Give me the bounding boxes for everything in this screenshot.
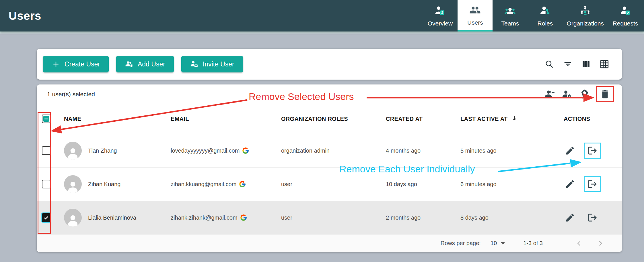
create-user-button[interactable]: Create User <box>43 56 109 72</box>
table-row: Tian Zhang lovedayyyyyyy@gmail.com organ… <box>37 134 622 167</box>
created-at: 10 days ago <box>386 181 460 188</box>
user-name: Lialia Beniaminova <box>88 214 136 221</box>
user-email: zihank.zihank@gmail.com <box>171 214 238 221</box>
avatar <box>64 175 82 193</box>
column-header-last-active[interactable]: LAST ACTIVE AT <box>460 115 564 123</box>
plus-icon <box>52 60 60 68</box>
avatar <box>64 209 82 226</box>
group-add-icon <box>125 60 133 68</box>
tab-label: Organizations <box>567 20 604 27</box>
create-user-label: Create User <box>65 60 100 68</box>
person-badge-icon <box>434 5 446 17</box>
next-page-button[interactable] <box>596 239 605 248</box>
tab-label: Users <box>467 19 483 26</box>
dropdown-caret-icon <box>501 242 505 245</box>
rows-per-page-label: Rows per page: <box>441 240 481 247</box>
prev-page-button[interactable] <box>575 239 583 248</box>
rows-per-page-value: 10 <box>491 240 497 247</box>
filter-icon[interactable] <box>563 59 573 69</box>
last-active-at: 8 days ago <box>460 214 564 221</box>
google-icon <box>239 180 246 188</box>
tab-label: Overview <box>428 20 453 27</box>
table-tools <box>544 59 609 69</box>
tab-label: Roles <box>538 20 553 27</box>
search-icon[interactable] <box>544 59 554 69</box>
table-row: Lialia Beniaminova zihank.zihank@gmail.c… <box>37 201 622 234</box>
annotation-remove-user-box <box>584 176 601 192</box>
user-email: lovedayyyyyyy@gmail.com <box>171 147 240 154</box>
remove-user-role-icon[interactable] <box>544 89 555 100</box>
tab-label: Teams <box>501 20 519 27</box>
tab-teams[interactable]: Teams <box>493 0 528 31</box>
org-chart-icon <box>579 5 591 17</box>
row-checkbox[interactable] <box>42 180 50 188</box>
sort-desc-icon <box>511 115 518 123</box>
invite-user-button[interactable]: Invite User <box>181 56 243 72</box>
column-header-name[interactable]: NAME <box>64 116 171 122</box>
page-title: Users <box>9 9 41 22</box>
last-active-at: 5 minutes ago <box>460 147 564 154</box>
group-icon <box>504 5 516 17</box>
annotation-delete-selected-box <box>596 86 614 102</box>
grid-view-icon[interactable] <box>600 59 609 69</box>
edit-user-icon[interactable] <box>565 212 575 223</box>
user-roles: user <box>281 181 386 188</box>
header-divider-strip <box>0 31 644 34</box>
tab-overview[interactable]: Overview <box>423 0 458 31</box>
users-table-card: 1 user(s) selected <box>37 84 622 252</box>
select-all-checkbox[interactable] <box>42 115 50 123</box>
row-checkbox[interactable] <box>42 213 50 222</box>
created-at: 2 months ago <box>386 214 460 221</box>
table-footer: Rows per page: 10 1-3 of 3 <box>37 234 622 252</box>
edit-user-icon[interactable] <box>565 179 575 189</box>
edit-user-icon[interactable] <box>565 145 575 156</box>
tab-organizations[interactable]: Organizations <box>563 0 608 31</box>
user-roles: organization admin <box>281 147 386 154</box>
column-header-roles[interactable]: ORGANIZATION ROLES <box>281 116 386 122</box>
remove-user-icon[interactable] <box>587 212 598 223</box>
people-icon <box>469 4 481 16</box>
column-header-created[interactable]: CREATED AT <box>386 116 460 122</box>
selection-count-text: 1 user(s) selected <box>47 91 95 98</box>
person-key-icon <box>539 5 551 17</box>
view-columns-icon[interactable] <box>581 59 591 69</box>
last-active-at: 6 minutes ago <box>460 181 564 188</box>
column-header-actions[interactable]: ACTIONS <box>564 116 622 122</box>
manage-user-icon[interactable] <box>562 89 573 100</box>
add-user-label: Add User <box>138 60 165 68</box>
person-check-icon <box>620 5 631 17</box>
app-header: Users Overview Users Teams <box>0 0 644 31</box>
selection-bar: 1 user(s) selected <box>37 84 622 104</box>
table-header-row: NAME EMAIL ORGANIZATION ROLES CREATED AT… <box>37 104 622 134</box>
tab-label: Requests <box>613 20 638 27</box>
pagination-range: 1-3 of 3 <box>523 240 543 247</box>
tab-requests[interactable]: Requests <box>608 0 643 31</box>
row-checkbox[interactable] <box>42 146 50 155</box>
rows-per-page-select[interactable]: 10 <box>491 240 505 247</box>
delete-icon[interactable] <box>600 89 610 100</box>
tab-users[interactable]: Users <box>458 0 493 31</box>
selection-actions <box>544 86 614 102</box>
tab-roles[interactable]: Roles <box>528 0 563 31</box>
created-at: 4 months ago <box>386 147 460 154</box>
users-page: Users Overview Users Teams <box>0 0 644 262</box>
user-name: Zihan Kuang <box>88 181 120 188</box>
nav-tabs: Overview Users Teams Roles <box>423 0 644 31</box>
remove-user-box-spacer <box>584 210 601 226</box>
remove-user-icon[interactable] <box>587 145 598 156</box>
person-mail-icon <box>190 60 199 68</box>
google-icon <box>242 147 249 154</box>
table-row: Zihan Kuang zihan.kkuang@gmail.com user … <box>37 167 622 201</box>
last-active-label: LAST ACTIVE AT <box>460 116 508 122</box>
user-roles: user <box>281 214 386 221</box>
add-user-button[interactable]: Add User <box>116 56 174 72</box>
check-icon <box>43 214 49 221</box>
indeterminate-icon <box>43 116 49 122</box>
column-header-email[interactable]: EMAIL <box>171 116 281 122</box>
certify-user-icon[interactable] <box>579 89 590 100</box>
invite-user-label: Invite User <box>203 60 234 68</box>
user-name: Tian Zhang <box>88 147 117 154</box>
remove-user-icon[interactable] <box>587 179 598 189</box>
user-email: zihan.kkuang@gmail.com <box>171 181 236 188</box>
annotation-remove-user-box <box>584 143 601 159</box>
